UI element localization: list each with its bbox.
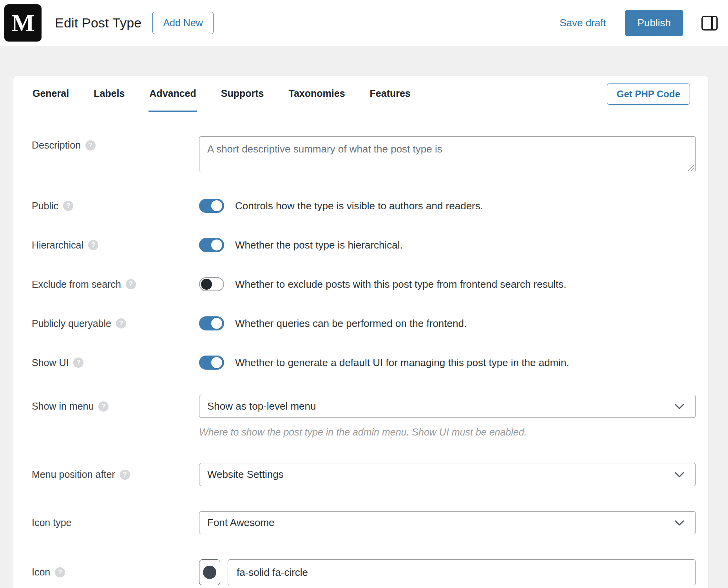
exclude-from-search-toggle[interactable]	[199, 277, 224, 291]
icon-label: Icon ?	[32, 559, 199, 588]
field-row-show-ui: Show UI ? Whether to generate a default …	[32, 356, 696, 370]
field-row-description: Description ?	[32, 136, 696, 174]
save-draft-link[interactable]: Save draft	[560, 17, 606, 29]
tab-labels[interactable]: Labels	[93, 76, 125, 112]
chevron-down-icon	[674, 520, 685, 526]
show-ui-label: Show UI ?	[32, 357, 199, 368]
toggle-knob	[211, 200, 222, 211]
menu-position-after-select[interactable]: Website Settings	[199, 463, 696, 486]
show-ui-help-icon[interactable]: ?	[73, 358, 83, 368]
public-label: Public ?	[32, 200, 199, 212]
field-row-show-in-menu: Show in menu ? Show as top-level menu Wh…	[32, 395, 696, 438]
public-description: Controls how the type is visible to auth…	[235, 200, 483, 212]
menu-position-after-selected-value: Website Settings	[207, 468, 284, 481]
menu-position-after-help-icon[interactable]: ?	[120, 470, 130, 480]
publicly-queryable-description: Whether queries can be performed on the …	[235, 318, 467, 330]
metabox-logo: M	[4, 4, 42, 42]
publicly-queryable-label: Publicly queryable ?	[32, 318, 199, 329]
chevron-down-icon	[674, 472, 685, 478]
description-textarea[interactable]	[199, 136, 696, 172]
exclude-from-search-description: Whether to exclude posts with this post …	[235, 278, 566, 290]
advanced-tab-content: Description ? Public ? Controls how the …	[13, 112, 708, 588]
description-help-icon[interactable]: ?	[85, 140, 96, 151]
get-php-code-button[interactable]: Get PHP Code	[607, 83, 690, 105]
hierarchical-toggle[interactable]	[199, 238, 224, 252]
top-bar: M Edit Post Type Add New Save draft Publ…	[0, 0, 728, 46]
toggle-knob	[201, 279, 212, 290]
page-title: Edit Post Type	[55, 15, 141, 31]
field-row-exclude-from-search: Exclude from search ? Whether to exclude…	[32, 277, 696, 291]
description-label: Description ?	[32, 136, 199, 174]
public-help-icon[interactable]: ?	[63, 201, 73, 211]
logo-letter: M	[11, 9, 34, 37]
hierarchical-help-icon[interactable]: ?	[88, 240, 98, 250]
toggle-knob	[211, 318, 222, 329]
show-in-menu-help-icon[interactable]: ?	[98, 401, 109, 412]
show-in-menu-label: Show in menu ?	[32, 395, 199, 438]
field-row-menu-position-after: Menu position after ? Website Settings	[32, 463, 696, 486]
field-row-hierarchical: Hierarchical ? Whether the post type is …	[32, 238, 696, 252]
exclude-from-search-label: Exclude from search ?	[32, 279, 199, 290]
add-new-button[interactable]: Add New	[152, 12, 213, 34]
show-ui-toggle[interactable]	[199, 356, 224, 370]
show-ui-description: Whether to generate a default UI for man…	[235, 357, 569, 369]
tab-taxonomies[interactable]: Taxonomies	[288, 76, 346, 112]
tab-features[interactable]: Features	[369, 76, 411, 112]
show-in-menu-select[interactable]: Show as top-level menu	[199, 395, 696, 418]
topbar-actions: Save draft Publish	[560, 10, 719, 36]
public-toggle[interactable]	[199, 199, 224, 213]
icon-type-select[interactable]: Font Awesome	[199, 511, 696, 534]
circle-icon	[203, 566, 216, 579]
tab-supports[interactable]: Supports	[220, 76, 265, 112]
settings-panel-toggle-button[interactable]	[701, 14, 719, 32]
field-row-publicly-queryable: Publicly queryable ? Whether queries can…	[32, 316, 696, 330]
icon-preview-button[interactable]	[199, 559, 220, 585]
icon-help-icon[interactable]: ?	[55, 567, 65, 577]
icon-type-label: Icon type	[32, 511, 199, 534]
exclude-from-search-help-icon[interactable]: ?	[126, 279, 136, 289]
sidebar-panel-icon	[701, 15, 718, 31]
icon-type-selected-value: Font Awesome	[207, 517, 275, 529]
tab-advanced[interactable]: Advanced	[148, 76, 197, 112]
edit-post-type-card: General Labels Advanced Supports Taxonom…	[13, 76, 709, 588]
publish-button[interactable]: Publish	[625, 10, 683, 36]
show-in-menu-help-text: Where to show the post type in the admin…	[199, 426, 696, 438]
show-in-menu-selected-value: Show as top-level menu	[207, 400, 316, 412]
icon-class-input[interactable]	[228, 559, 696, 585]
toggle-knob	[211, 240, 222, 250]
toggle-knob	[211, 357, 222, 368]
hierarchical-label: Hierarchical ?	[32, 240, 199, 251]
hierarchical-description: Whether the post type is hierarchical.	[235, 239, 403, 251]
publicly-queryable-help-icon[interactable]: ?	[116, 318, 126, 328]
publicly-queryable-toggle[interactable]	[199, 316, 224, 330]
tab-bar: General Labels Advanced Supports Taxonom…	[13, 76, 708, 112]
chevron-down-icon	[674, 403, 685, 410]
field-row-public: Public ? Controls how the type is visibl…	[32, 199, 696, 213]
tab-general[interactable]: General	[32, 76, 70, 112]
field-row-icon: Icon ? Enter FontAwesome icon class here…	[32, 559, 696, 588]
field-row-icon-type: Icon type Font Awesome	[32, 511, 696, 534]
menu-position-after-label: Menu position after ?	[32, 463, 199, 486]
